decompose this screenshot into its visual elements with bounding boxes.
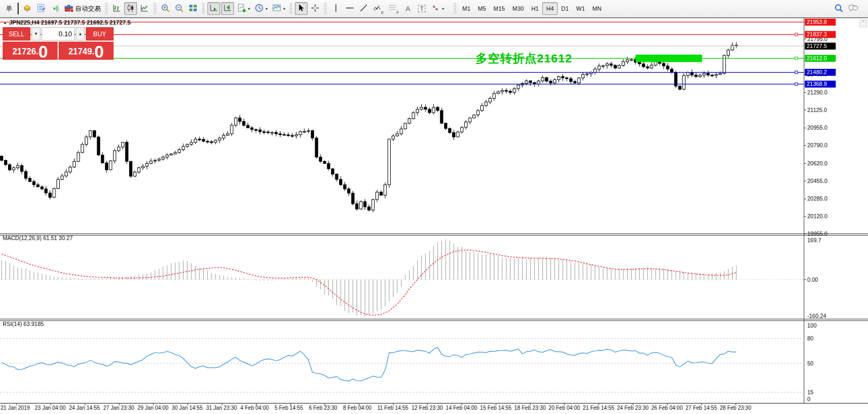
fibonacci-sub-label: F: [397, 11, 399, 14]
chevron-down-icon: ▾: [248, 6, 250, 11]
candlestick-chart-icon: [126, 3, 135, 14]
autotrading-button[interactable]: 自动交易: [62, 2, 102, 15]
radar-waves-icon: [50, 3, 60, 14]
macd-value-main: 61.51: [43, 235, 57, 241]
volume-down-button[interactable]: ▼: [31, 27, 41, 41]
bar-chart-icon: [112, 3, 122, 14]
candlestick-chart-button[interactable]: [124, 2, 137, 15]
svg-text:27 Jan 23:30: 27 Jan 23:30: [103, 405, 134, 411]
svg-text:27 Feb 14:55: 27 Feb 14:55: [686, 405, 717, 411]
trendline-button[interactable]: [357, 2, 370, 15]
volume-input[interactable]: [42, 27, 75, 41]
auto-scroll-button[interactable]: [207, 2, 220, 15]
crosshair-icon: [310, 3, 320, 14]
svg-text:169.7: 169.7: [807, 237, 821, 243]
svg-text:23 Jan 04:00: 23 Jan 04:00: [35, 405, 66, 411]
template-chart-icon: [272, 3, 282, 14]
text-button[interactable]: A: [401, 2, 414, 15]
chart-title-text: JPN225,H4 21697.5 21737.5 21692.5 21727.…: [9, 19, 131, 26]
timeframe-mn[interactable]: MN: [589, 2, 605, 15]
autotrading-label: 自动交易: [75, 4, 101, 13]
buy-button[interactable]: BUY: [86, 27, 114, 41]
cursor-button[interactable]: [295, 2, 308, 15]
chevron-down-icon: ▾: [442, 6, 444, 11]
line-chart-button[interactable]: [138, 2, 151, 15]
timeframe-menu-button[interactable]: ▾: [253, 2, 269, 15]
zoom-in-button[interactable]: [159, 2, 172, 15]
svg-text:21953.8: 21953.8: [807, 19, 827, 25]
timeframe-m15[interactable]: M15: [490, 2, 509, 15]
svg-text:20285.0: 20285.0: [807, 195, 827, 202]
svg-text:8 Feb 04:00: 8 Feb 04:00: [343, 405, 372, 411]
new-chart-button[interactable]: ▾: [235, 2, 252, 15]
svg-text:21 Jan 2019: 21 Jan 2019: [1, 405, 30, 411]
new-order-label: 单: [6, 4, 12, 13]
svg-text:6 Feb 23:30: 6 Feb 23:30: [309, 405, 337, 411]
search-button[interactable]: [832, 2, 845, 15]
svg-text:14 Feb 04:00: 14 Feb 04:00: [446, 405, 477, 411]
timeframe-m1[interactable]: M1: [459, 2, 474, 15]
buy-price-button[interactable]: 21749.0: [59, 42, 114, 60]
svg-text:12 Feb 23:30: 12 Feb 23:30: [412, 405, 443, 411]
toolbar-grip: [290, 3, 292, 14]
volume-up-button[interactable]: ▲: [76, 27, 85, 41]
timeframe-w1[interactable]: W1: [573, 2, 589, 15]
bar-chart-button[interactable]: [110, 2, 123, 15]
template-button[interactable]: ▾: [270, 2, 287, 15]
toolbar-grip: [202, 3, 205, 14]
elliott-sub-label: E: [381, 11, 384, 14]
chart-shift-button[interactable]: [221, 2, 234, 15]
text-label-button[interactable]: T: [415, 2, 428, 15]
svg-text:26 Feb 04:00: 26 Feb 04:00: [652, 405, 683, 411]
market-depth-button[interactable]: [21, 2, 34, 15]
timeframe-m30[interactable]: M30: [509, 2, 527, 15]
svg-text:21612.0: 21612.0: [807, 55, 827, 61]
tile-windows-button[interactable]: [187, 2, 199, 15]
svg-text:20120.0: 20120.0: [807, 213, 827, 219]
rsi-name: RSI(14): [3, 321, 22, 327]
svg-text:24 Jan 14:55: 24 Jan 14:55: [69, 405, 100, 411]
svg-text:21 Feb 14:55: 21 Feb 14:55: [583, 405, 614, 411]
vertical-line-button[interactable]: [329, 2, 342, 15]
text-label-icon: T: [418, 5, 426, 12]
rsi-indicator-label: RSI(14) 63.9185: [3, 321, 44, 327]
sell-button[interactable]: SELL: [3, 27, 30, 41]
strategy-tester-button[interactable]: [35, 2, 47, 15]
signals-button[interactable]: [49, 2, 61, 15]
chat-button[interactable]: [846, 2, 860, 15]
svg-text:0.00: 0.00: [807, 276, 818, 283]
fibonacci-button[interactable]: F: [387, 2, 400, 15]
timeframe-m5[interactable]: M5: [474, 2, 489, 15]
svg-text:20790.0: 20790.0: [807, 142, 827, 148]
buy-price-main: 21749.: [68, 44, 94, 60]
scrollbar-up-button[interactable]: ⌃: [859, 20, 867, 27]
timeframe-h1[interactable]: H1: [527, 2, 542, 15]
horizontal-line-icon: [345, 3, 355, 14]
new-chart-icon: [237, 3, 246, 14]
horizontal-line-button[interactable]: [343, 2, 356, 15]
svg-text:15: 15: [807, 389, 814, 395]
line-chart-icon: [140, 3, 149, 14]
auto-scroll-icon: [209, 3, 219, 14]
zoom-out-button[interactable]: [173, 2, 186, 15]
svg-text:19955.0: 19955.0: [807, 230, 827, 237]
search-icon: [834, 3, 843, 14]
svg-text:29 Jan 04:00: 29 Jan 04:00: [138, 405, 168, 411]
elliott-wave-button[interactable]: E: [371, 2, 385, 15]
cursor-arrow-icon: [296, 3, 306, 14]
toolbar-grip: [324, 3, 327, 14]
new-order-button[interactable]: 单: [3, 2, 15, 15]
top-toolbar: 单 自动交易: [0, 0, 868, 18]
chevron-down-icon: ▾: [283, 6, 285, 11]
elliott-wave-icon: [373, 3, 381, 14]
crosshair-button[interactable]: [309, 2, 322, 15]
toolbar-grip: [154, 3, 156, 14]
timeframe-d1[interactable]: D1: [558, 2, 573, 15]
arrows-button[interactable]: ▾: [429, 2, 446, 15]
sell-price-main: 21726.: [12, 44, 38, 60]
toolbar-grip: [454, 3, 456, 14]
svg-text:21480.2: 21480.2: [807, 69, 827, 75]
chart-canvas[interactable]: 21795.021460.021290.021125.020955.020790…: [0, 18, 868, 414]
timeframe-h4[interactable]: H4: [542, 2, 557, 15]
sell-price-button[interactable]: 21726.0: [3, 42, 58, 60]
